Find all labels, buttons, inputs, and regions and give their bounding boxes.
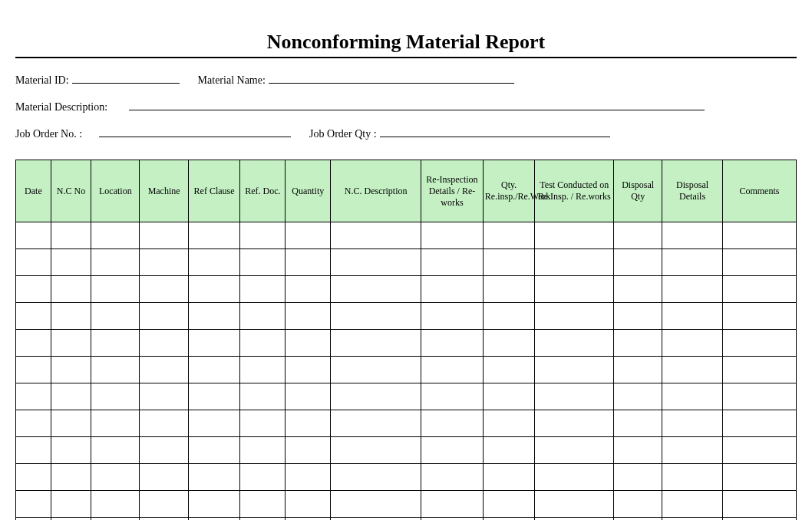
table-cell[interactable] (535, 464, 614, 491)
table-cell[interactable] (535, 383, 614, 410)
table-cell[interactable] (91, 464, 140, 491)
table-cell[interactable] (140, 249, 188, 276)
table-cell[interactable] (421, 464, 484, 491)
table-cell[interactable] (286, 249, 331, 276)
table-cell[interactable] (614, 249, 662, 276)
table-cell[interactable] (188, 410, 240, 437)
table-cell[interactable] (421, 249, 484, 276)
table-cell[interactable] (140, 437, 188, 464)
table-cell[interactable] (188, 437, 240, 464)
table-cell[interactable] (535, 276, 614, 303)
table-cell[interactable] (331, 357, 421, 383)
table-cell[interactable] (614, 437, 662, 464)
table-cell[interactable] (16, 491, 51, 518)
table-cell[interactable] (240, 276, 286, 303)
table-cell[interactable] (722, 330, 796, 357)
table-cell[interactable] (286, 383, 331, 410)
blank-job-order-no[interactable] (99, 126, 291, 137)
table-cell[interactable] (662, 222, 723, 249)
table-cell[interactable] (331, 249, 421, 276)
table-cell[interactable] (614, 464, 662, 491)
table-cell[interactable] (483, 222, 535, 249)
table-cell[interactable] (188, 491, 240, 518)
table-cell[interactable] (483, 357, 535, 383)
table-cell[interactable] (483, 464, 535, 491)
table-cell[interactable] (91, 330, 140, 357)
table-cell[interactable] (240, 437, 286, 464)
table-cell[interactable] (662, 249, 723, 276)
table-cell[interactable] (140, 303, 188, 330)
table-cell[interactable] (483, 491, 535, 518)
table-cell[interactable] (722, 464, 796, 491)
table-cell[interactable] (722, 383, 796, 410)
table-cell[interactable] (51, 464, 91, 491)
table-cell[interactable] (286, 437, 331, 464)
table-cell[interactable] (140, 276, 188, 303)
table-cell[interactable] (91, 249, 140, 276)
table-cell[interactable] (421, 383, 484, 410)
blank-job-order-qty[interactable] (380, 126, 610, 137)
table-cell[interactable] (286, 222, 331, 249)
table-cell[interactable] (240, 383, 286, 410)
table-cell[interactable] (535, 222, 614, 249)
table-cell[interactable] (51, 222, 91, 249)
table-cell[interactable] (722, 303, 796, 330)
table-cell[interactable] (722, 357, 796, 383)
table-cell[interactable] (722, 410, 796, 437)
table-cell[interactable] (535, 410, 614, 437)
table-cell[interactable] (421, 303, 484, 330)
table-cell[interactable] (421, 222, 484, 249)
table-cell[interactable] (240, 491, 286, 518)
table-cell[interactable] (331, 276, 421, 303)
table-cell[interactable] (614, 383, 662, 410)
table-cell[interactable] (535, 303, 614, 330)
table-cell[interactable] (91, 383, 140, 410)
table-cell[interactable] (51, 491, 91, 518)
table-cell[interactable] (188, 383, 240, 410)
table-cell[interactable] (91, 276, 140, 303)
table-cell[interactable] (483, 276, 535, 303)
table-cell[interactable] (421, 491, 484, 518)
table-cell[interactable] (286, 491, 331, 518)
table-cell[interactable] (240, 357, 286, 383)
table-cell[interactable] (51, 383, 91, 410)
table-cell[interactable] (240, 330, 286, 357)
table-cell[interactable] (51, 303, 91, 330)
table-cell[interactable] (16, 276, 51, 303)
table-cell[interactable] (140, 222, 188, 249)
table-cell[interactable] (662, 491, 723, 518)
table-cell[interactable] (240, 464, 286, 491)
table-cell[interactable] (662, 437, 723, 464)
table-cell[interactable] (662, 383, 723, 410)
table-cell[interactable] (51, 249, 91, 276)
table-cell[interactable] (662, 357, 723, 383)
table-cell[interactable] (421, 357, 484, 383)
table-cell[interactable] (286, 464, 331, 491)
table-cell[interactable] (483, 383, 535, 410)
table-cell[interactable] (614, 491, 662, 518)
table-cell[interactable] (140, 357, 188, 383)
blank-material-desc[interactable] (129, 99, 705, 110)
table-cell[interactable] (286, 357, 331, 383)
table-cell[interactable] (421, 330, 484, 357)
table-cell[interactable] (662, 276, 723, 303)
table-cell[interactable] (16, 437, 51, 464)
table-cell[interactable] (140, 330, 188, 357)
table-cell[interactable] (722, 491, 796, 518)
table-cell[interactable] (614, 330, 662, 357)
table-cell[interactable] (16, 330, 51, 357)
table-cell[interactable] (91, 437, 140, 464)
table-cell[interactable] (331, 464, 421, 491)
table-cell[interactable] (535, 491, 614, 518)
table-cell[interactable] (188, 330, 240, 357)
table-cell[interactable] (51, 437, 91, 464)
table-cell[interactable] (662, 464, 723, 491)
blank-material-name[interactable] (269, 72, 514, 84)
table-cell[interactable] (240, 249, 286, 276)
table-cell[interactable] (614, 276, 662, 303)
table-cell[interactable] (483, 249, 535, 276)
table-cell[interactable] (331, 410, 421, 437)
table-cell[interactable] (614, 303, 662, 330)
table-cell[interactable] (421, 437, 484, 464)
table-cell[interactable] (331, 222, 421, 249)
